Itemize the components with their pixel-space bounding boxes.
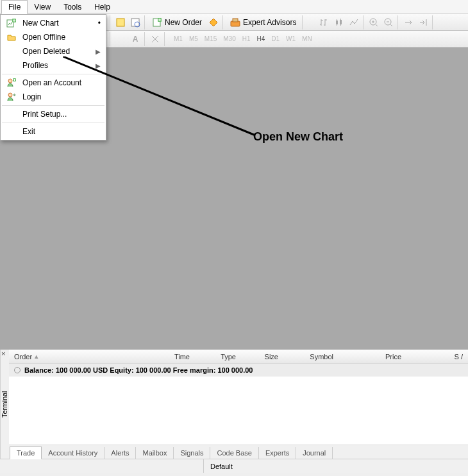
expert-advisors-button[interactable]: Expert Advisors (226, 15, 300, 30)
tab-experts[interactable]: Experts (258, 447, 296, 459)
object-icon[interactable] (148, 32, 162, 46)
svg-marker-5 (210, 19, 217, 26)
balance-row[interactable]: Balance: 100 000.00 USD Equity: 100 000.… (9, 364, 468, 377)
tab-account-history[interactable]: Account History (41, 447, 104, 459)
close-icon[interactable]: × (1, 350, 5, 357)
col-order[interactable]: Order▴ (9, 352, 86, 361)
terminal-title: Terminal (0, 350, 9, 459)
menu-print-setup[interactable]: Print Setup... (2, 107, 104, 121)
tab-alerts[interactable]: Alerts (104, 447, 136, 459)
statusbar: Default (0, 459, 468, 473)
autoscroll-icon[interactable] (416, 15, 430, 30)
folder-icon (6, 31, 17, 43)
tab-signals[interactable]: Signals (173, 447, 210, 459)
tab-mailbox[interactable]: Mailbox (135, 447, 174, 459)
terminal-panel: × Terminal Order▴ Time Type Size Symbol … (0, 350, 468, 459)
chart-plus-icon (6, 17, 17, 29)
text-icon[interactable]: A (128, 32, 142, 46)
svg-rect-7 (233, 19, 238, 22)
svg-point-14 (8, 79, 12, 83)
separator (2, 74, 104, 74)
tf-mn[interactable]: MN (299, 34, 315, 44)
menu-view[interactable]: View (28, 1, 57, 13)
tf-w1[interactable]: W1 (283, 34, 298, 44)
tf-m5[interactable]: M5 (187, 34, 201, 44)
chart-candles-icon[interactable] (332, 15, 346, 30)
menu-login[interactable]: Login (2, 90, 104, 104)
status-help (5, 459, 204, 473)
chevron-right-icon: ▶ (96, 48, 101, 55)
tab-journal[interactable]: Journal (296, 447, 333, 459)
separator (2, 123, 104, 123)
menu-open-offline[interactable]: Open Offline (2, 30, 104, 44)
menu-exit[interactable]: Exit (2, 124, 104, 139)
user-plus-icon (6, 77, 17, 89)
col-price[interactable]: Price (338, 353, 406, 361)
tf-h1[interactable]: H1 (240, 34, 253, 44)
tab-codebase[interactable]: Code Base (210, 447, 258, 459)
menubar: File View Tools Help (0, 0, 468, 14)
chart-line-icon[interactable] (347, 15, 361, 30)
menu-open-deleted[interactable]: Open Deleted ▶ (2, 44, 104, 58)
user-arrow-icon (6, 91, 17, 103)
expand-icon (14, 367, 21, 373)
separator (2, 105, 104, 106)
annotation-label: Open New Chart (253, 130, 343, 144)
tf-m30[interactable]: M30 (221, 34, 238, 44)
status-profile: Default (204, 463, 233, 470)
autotrade-button[interactable] (206, 15, 221, 30)
chevron-right-icon: ▶ (96, 62, 101, 69)
col-time[interactable]: Time (86, 353, 195, 361)
svg-point-16 (8, 93, 12, 97)
new-order-button[interactable]: New Order (148, 15, 206, 30)
shift-icon[interactable] (401, 15, 415, 30)
menu-help[interactable]: Help (88, 1, 117, 13)
col-sl[interactable]: S / (406, 353, 468, 361)
new-order-label: New Order (165, 18, 202, 27)
col-symbol[interactable]: Symbol (283, 353, 338, 361)
menu-tools[interactable]: Tools (57, 1, 88, 13)
col-type[interactable]: Type (195, 353, 241, 361)
menu-open-account[interactable]: Open an Account (2, 76, 104, 90)
toolbar-button[interactable] (113, 15, 128, 30)
toolbar-button[interactable] (128, 15, 142, 30)
chevron-right-icon: • (98, 19, 101, 28)
terminal-content (9, 377, 468, 445)
tf-h4[interactable]: H4 (255, 34, 268, 44)
chart-bars-icon[interactable] (317, 15, 331, 30)
tf-d1[interactable]: D1 (269, 34, 282, 44)
balance-text: Balance: 100 000.00 USD Equity: 100 000.… (24, 366, 253, 374)
draw-icon[interactable] (113, 32, 128, 46)
zoom-out-icon[interactable] (381, 15, 396, 30)
svg-rect-0 (117, 19, 124, 26)
file-dropdown: New Chart • Open Offline Open Deleted ▶ … (0, 14, 106, 140)
menu-file[interactable]: File (1, 0, 28, 14)
zoom-in-icon[interactable] (367, 15, 381, 30)
tab-trade[interactable]: Trade (10, 446, 42, 459)
expert-advisors-label: Expert Advisors (243, 18, 296, 27)
terminal-tabs: Trade Account History Alerts Mailbox Sig… (9, 445, 468, 459)
col-size[interactable]: Size (241, 353, 283, 361)
menu-new-chart[interactable]: New Chart • (2, 16, 104, 30)
tf-m1[interactable]: M1 (171, 34, 185, 44)
tf-m15[interactable]: M15 (202, 34, 219, 44)
menu-profiles[interactable]: Profiles ▶ (2, 58, 104, 72)
terminal-header: Order▴ Time Type Size Symbol Price S / (9, 350, 468, 364)
